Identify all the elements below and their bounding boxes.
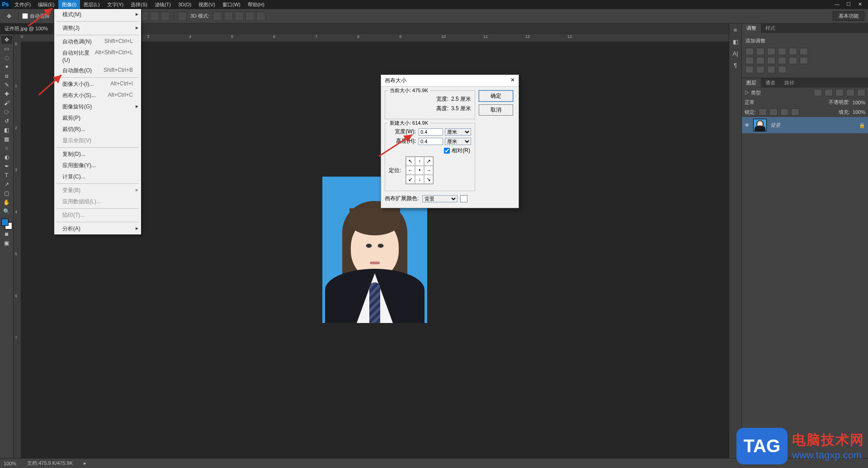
layer-row[interactable]: 👁 背景 🔒 — [742, 117, 868, 133]
anchor-grid[interactable]: ↖ ↑ ↗ ← • → ↙ ↓ ↘ — [406, 156, 434, 184]
menu-edit[interactable]: 编辑(E) — [34, 0, 58, 9]
tab-adjustments[interactable]: 调整 — [742, 23, 761, 33]
vibrance-icon[interactable] — [789, 48, 797, 55]
invert-icon[interactable] — [789, 57, 797, 64]
lasso-tool-icon[interactable]: ◌ — [1, 54, 12, 62]
anchor-b[interactable]: ↓ — [415, 175, 424, 184]
menu-item[interactable]: 图像旋转(G)▸ — [54, 101, 141, 112]
gradient-tool-icon[interactable]: ▦ — [1, 135, 12, 143]
menu-select[interactable]: 选择(S) — [127, 0, 151, 9]
menu-image[interactable]: 图像(I) — [58, 0, 80, 9]
dodge-tool-icon[interactable]: ◐ — [1, 153, 12, 161]
width-input[interactable] — [419, 128, 443, 136]
pen-tool-icon[interactable]: ✒ — [1, 162, 12, 170]
move-tool-icon[interactable]: ✥ — [4, 12, 14, 20]
menu-item[interactable]: 画布大小(S)...Alt+Ctrl+C — [54, 90, 141, 101]
curves-icon[interactable] — [767, 48, 775, 55]
tab-paths[interactable]: 路径 — [780, 78, 799, 88]
lock-pixels-icon[interactable] — [769, 108, 778, 116]
layer-filter-dropdown[interactable]: ▷ 类型 — [745, 89, 761, 96]
posterize-icon[interactable] — [800, 57, 808, 64]
menu-item[interactable]: 模式(M)▸ — [54, 9, 141, 20]
width-unit-select[interactable]: 厘米 — [445, 128, 471, 136]
relative-checkbox[interactable] — [444, 148, 450, 154]
menu-item[interactable]: 裁剪(P) — [54, 112, 141, 124]
blend-mode-dropdown[interactable]: 正常 — [745, 99, 755, 106]
auto-select-checkbox[interactable]: 自动选择 — [22, 13, 50, 19]
paragraph-icon[interactable]: ¶ — [731, 61, 740, 70]
zoom-tool-icon[interactable]: 🔍 — [1, 207, 12, 215]
minimize-icon[interactable]: — — [835, 1, 841, 8]
brush-tool-icon[interactable]: 🖌 — [1, 99, 12, 107]
ext-color-swatch[interactable] — [460, 195, 467, 202]
tab-styles[interactable]: 样式 — [761, 23, 780, 33]
3d-roll-icon[interactable] — [224, 12, 233, 21]
photo-filter-icon[interactable] — [756, 57, 764, 64]
anchor-t[interactable]: ↑ — [415, 157, 424, 166]
zoom-value[interactable]: 100% — [4, 461, 16, 466]
menu-item[interactable]: 自动颜色(O)Shift+Ctrl+B — [54, 65, 141, 76]
shape-tool-icon[interactable]: ▢ — [1, 189, 12, 197]
anchor-l[interactable]: ← — [406, 166, 415, 175]
marquee-tool-icon[interactable]: ▭ — [1, 45, 12, 53]
text-tool-icon[interactable]: T — [1, 171, 12, 179]
3d-zoom-icon[interactable] — [256, 12, 265, 21]
screenmode-icon[interactable]: ▣ — [1, 239, 12, 247]
document-tab[interactable]: 证件照.jpg @ 100% — [0, 23, 52, 34]
tab-layers[interactable]: 图层 — [742, 78, 761, 88]
3d-orbit-icon[interactable] — [213, 12, 222, 21]
hue-icon[interactable] — [800, 48, 808, 55]
filter-shape-icon[interactable] — [846, 89, 854, 96]
color-lookup-icon[interactable] — [778, 57, 786, 64]
ext-color-select[interactable]: 背景 — [422, 195, 458, 202]
menu-item[interactable]: 应用图像(Y)... — [54, 160, 141, 171]
history-icon[interactable]: ≡ — [731, 25, 740, 34]
distribute-icon[interactable] — [161, 12, 170, 21]
eraser-tool-icon[interactable]: ◧ — [1, 126, 12, 134]
levels-icon[interactable] — [756, 48, 764, 55]
filter-smart-icon[interactable] — [857, 89, 865, 96]
menu-file[interactable]: 文件(F) — [11, 0, 34, 9]
menu-filter[interactable]: 滤镜(T) — [151, 0, 175, 9]
threshold-icon[interactable] — [745, 66, 754, 73]
crop-tool-icon[interactable]: ⧈ — [1, 72, 12, 80]
lock-transparency-icon[interactable] — [759, 108, 767, 116]
exposure-icon[interactable] — [778, 48, 786, 55]
selective-color-icon[interactable] — [767, 66, 775, 73]
menu-item[interactable]: 分析(A)▸ — [54, 223, 141, 234]
anchor-tr[interactable]: ↗ — [424, 157, 433, 166]
height-input[interactable] — [419, 138, 443, 145]
cancel-button[interactable]: 取消 — [479, 104, 513, 116]
menu-item[interactable]: 图像大小(I)...Alt+Ctrl+I — [54, 79, 141, 90]
anchor-tl[interactable]: ↖ — [406, 157, 415, 166]
channel-mixer-icon[interactable] — [767, 57, 775, 64]
tab-channels[interactable]: 通道 — [761, 78, 780, 88]
stamp-tool-icon[interactable]: ⧂ — [1, 108, 12, 116]
fill-value[interactable]: 100% — [853, 109, 865, 115]
maximize-icon[interactable]: ☐ — [846, 1, 853, 8]
magic-wand-tool-icon[interactable]: ✦ — [1, 63, 12, 71]
history-brush-tool-icon[interactable]: ↺ — [1, 117, 12, 125]
menu-item[interactable]: 自动对比度(U)Alt+Shift+Ctrl+L — [54, 47, 141, 65]
color-swatch[interactable] — [1, 219, 12, 229]
menu-3d[interactable]: 3D(D) — [175, 0, 195, 9]
workspace-switcher[interactable]: 基本功能 — [833, 11, 864, 21]
lock-position-icon[interactable] — [780, 108, 788, 116]
menu-layer[interactable]: 图层(L) — [80, 0, 103, 9]
menu-window[interactable]: 窗口(W) — [219, 0, 244, 9]
layer-name[interactable]: 背景 — [770, 122, 780, 129]
close-icon[interactable]: ✕ — [858, 1, 864, 8]
visibility-eye-icon[interactable]: 👁 — [745, 122, 750, 128]
3d-icon[interactable] — [178, 12, 187, 21]
quickmask-icon[interactable]: ◙ — [1, 230, 12, 238]
path-tool-icon[interactable]: ↗ — [1, 180, 12, 188]
filter-adjust-icon[interactable] — [825, 89, 833, 96]
blur-tool-icon[interactable]: ○ — [1, 144, 12, 152]
3d-slide-icon[interactable] — [245, 12, 255, 21]
color-icon[interactable]: ◧ — [731, 37, 740, 46]
distribute-icon[interactable] — [150, 12, 159, 21]
bw-icon[interactable] — [745, 57, 754, 64]
auto-select-input[interactable] — [22, 13, 28, 19]
menu-type[interactable]: 文字(Y) — [104, 0, 127, 9]
character-icon[interactable]: A| — [731, 49, 740, 58]
